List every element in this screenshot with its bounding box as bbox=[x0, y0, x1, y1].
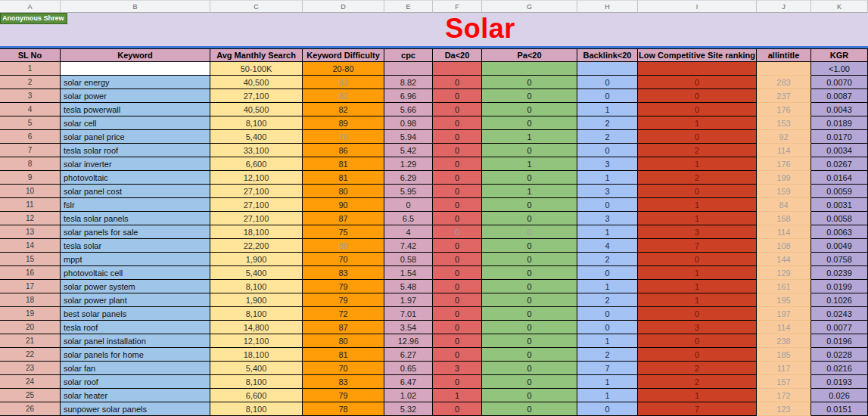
cell-keyword-difficulty[interactable]: 82 bbox=[303, 103, 384, 116]
cell-da[interactable]: 0 bbox=[433, 212, 482, 225]
cell-low-competitive-rank[interactable]: 3 bbox=[638, 321, 757, 334]
cell-da[interactable]: 0 bbox=[433, 144, 482, 157]
column-header-D[interactable]: D bbox=[303, 0, 384, 13]
cell-avg-monthly-search[interactable]: 40,500 bbox=[210, 103, 303, 116]
cell-kgr[interactable]: 0.1026 bbox=[811, 293, 868, 307]
cell-cpc[interactable]: 0.65 bbox=[384, 362, 433, 375]
cell-avg-monthly-search[interactable]: 22,200 bbox=[210, 239, 303, 253]
cell-kgr[interactable]: 0.0239 bbox=[811, 266, 868, 280]
cell-allintitle[interactable]: 108 bbox=[757, 239, 811, 253]
cell-pa[interactable]: 0 bbox=[482, 76, 577, 89]
cell-backlink[interactable]: 2 bbox=[577, 116, 638, 130]
cell-low-competitive-rank[interactable]: 2 bbox=[638, 375, 757, 389]
header-avg-monthly-search[interactable]: Avg Manthly Search bbox=[210, 48, 303, 62]
cell-backlink[interactable]: 2 bbox=[577, 130, 638, 144]
cell-slno[interactable]: 4 bbox=[0, 103, 61, 116]
cell-da[interactable]: 0 bbox=[433, 348, 482, 362]
cell-kgr[interactable]: 0.0087 bbox=[811, 89, 868, 103]
cell-avg-monthly-search[interactable]: 8,100 bbox=[210, 280, 303, 293]
cell-kgr[interactable]: 0.0034 bbox=[811, 144, 868, 157]
sheet-title[interactable]: Solar bbox=[0, 13, 868, 45]
cell-da[interactable]: 0 bbox=[433, 225, 482, 239]
cell-allintitle[interactable]: 129 bbox=[757, 266, 811, 280]
column-header-K[interactable]: K bbox=[811, 0, 868, 13]
cell-keyword[interactable]: solar roof bbox=[61, 375, 210, 389]
cell-cpc[interactable]: 6.27 bbox=[384, 348, 433, 362]
cell-pa[interactable]: 0 bbox=[482, 402, 577, 416]
cell-low-competitive-rank[interactable]: 1 bbox=[638, 212, 757, 225]
cell-slno[interactable]: 19 bbox=[0, 307, 61, 321]
cell-avg-monthly-search[interactable]: 8,100 bbox=[210, 307, 303, 321]
header-keyword[interactable]: Keyword bbox=[61, 48, 210, 62]
cell-cpc[interactable]: 1.97 bbox=[384, 293, 433, 307]
cell-cpc[interactable]: 7.01 bbox=[384, 307, 433, 321]
cell-avg-monthly-search[interactable]: 50-100K bbox=[210, 62, 303, 76]
cell-avg-monthly-search[interactable]: 27,100 bbox=[210, 198, 303, 212]
cell-keyword-difficulty[interactable]: 83 bbox=[303, 375, 384, 389]
cell-da[interactable]: 0 bbox=[433, 253, 482, 266]
cell-allintitle[interactable]: 159 bbox=[757, 185, 811, 198]
cell-pa[interactable]: 0 bbox=[482, 389, 577, 402]
cell-cpc[interactable]: 5.48 bbox=[384, 280, 433, 293]
cell-kgr[interactable]: 0.0199 bbox=[811, 280, 868, 293]
cell-keyword-difficulty[interactable]: 72 bbox=[303, 307, 384, 321]
cell-allintitle[interactable]: 195 bbox=[757, 293, 811, 307]
cell-cpc[interactable] bbox=[384, 62, 433, 76]
cell-keyword-difficulty[interactable]: 75 bbox=[303, 225, 384, 239]
cell-kgr[interactable]: 0.0243 bbox=[811, 307, 868, 321]
cell-cpc[interactable]: 0 bbox=[384, 198, 433, 212]
cell-avg-monthly-search[interactable]: 27,100 bbox=[210, 89, 303, 103]
cell-kgr[interactable]: 0.0059 bbox=[811, 185, 868, 198]
cell-da[interactable]: 1 bbox=[433, 389, 482, 402]
cell-slno[interactable]: 22 bbox=[0, 348, 61, 362]
cell-slno[interactable]: 21 bbox=[0, 334, 61, 348]
cell-cpc[interactable]: 3.54 bbox=[384, 321, 433, 334]
cell-low-competitive-rank[interactable]: 0 bbox=[638, 334, 757, 348]
cell-backlink[interactable]: 3 bbox=[577, 212, 638, 225]
cell-keyword-difficulty[interactable]: 86 bbox=[303, 144, 384, 157]
cell-keyword[interactable]: solar panel installation bbox=[61, 334, 210, 348]
cell-da[interactable]: 0 bbox=[433, 171, 482, 185]
cell-slno[interactable]: 13 bbox=[0, 225, 61, 239]
cell-kgr[interactable]: 0.0196 bbox=[811, 334, 868, 348]
cell-backlink[interactable]: 1 bbox=[577, 171, 638, 185]
cell-keyword[interactable] bbox=[61, 62, 210, 76]
cell-backlink[interactable]: 1 bbox=[577, 389, 638, 402]
cell-backlink[interactable]: 1 bbox=[577, 280, 638, 293]
cell-da[interactable]: 3 bbox=[433, 362, 482, 375]
cell-kgr[interactable]: 0.0193 bbox=[811, 375, 868, 389]
cell-keyword[interactable]: tesla powerwall bbox=[61, 103, 210, 116]
cell-keyword[interactable]: solar cell bbox=[61, 116, 210, 130]
header-kgr[interactable]: KGR bbox=[811, 48, 868, 62]
cell-cpc[interactable]: 5.94 bbox=[384, 130, 433, 144]
cell-low-competitive-rank[interactable]: 1 bbox=[638, 293, 757, 307]
cell-low-competitive-rank[interactable]: 0 bbox=[638, 103, 757, 116]
cell-keyword[interactable]: mppt bbox=[61, 253, 210, 266]
cell-low-competitive-rank[interactable]: 7 bbox=[638, 239, 757, 253]
cell-keyword[interactable]: solar energy bbox=[61, 76, 210, 89]
cell-pa[interactable] bbox=[482, 62, 577, 76]
cell-avg-monthly-search[interactable]: 40,500 bbox=[210, 76, 303, 89]
cell-keyword-difficulty[interactable]: 83 bbox=[303, 76, 384, 89]
cell-low-competitive-rank[interactable]: 0 bbox=[638, 253, 757, 266]
cell-avg-monthly-search[interactable]: 8,100 bbox=[210, 402, 303, 416]
cell-allintitle[interactable]: 176 bbox=[757, 157, 811, 171]
header-da[interactable]: Da<20 bbox=[433, 48, 482, 62]
cell-kgr[interactable]: 0.026 bbox=[811, 389, 868, 402]
cell-pa[interactable]: 0 bbox=[482, 266, 577, 280]
cell-keyword-difficulty[interactable]: 82 bbox=[303, 89, 384, 103]
cell-da[interactable]: 0 bbox=[433, 239, 482, 253]
cell-avg-monthly-search[interactable]: 18,100 bbox=[210, 348, 303, 362]
cell-pa[interactable]: 0 bbox=[482, 321, 577, 334]
cell-keyword-difficulty[interactable]: 70 bbox=[303, 362, 384, 375]
cell-kgr[interactable]: 0.0170 bbox=[811, 130, 868, 144]
cell-keyword-difficulty[interactable]: 83 bbox=[303, 266, 384, 280]
cell-slno[interactable]: 16 bbox=[0, 266, 61, 280]
cell-slno[interactable]: 10 bbox=[0, 185, 61, 198]
cell-keyword[interactable]: photovoltaic cell bbox=[61, 266, 210, 280]
cell-pa[interactable]: 0 bbox=[482, 293, 577, 307]
cell-allintitle[interactable]: 238 bbox=[757, 334, 811, 348]
cell-kgr[interactable]: 0.0049 bbox=[811, 239, 868, 253]
cell-pa[interactable]: 0 bbox=[482, 362, 577, 375]
cell-pa[interactable]: 0 bbox=[482, 89, 577, 103]
